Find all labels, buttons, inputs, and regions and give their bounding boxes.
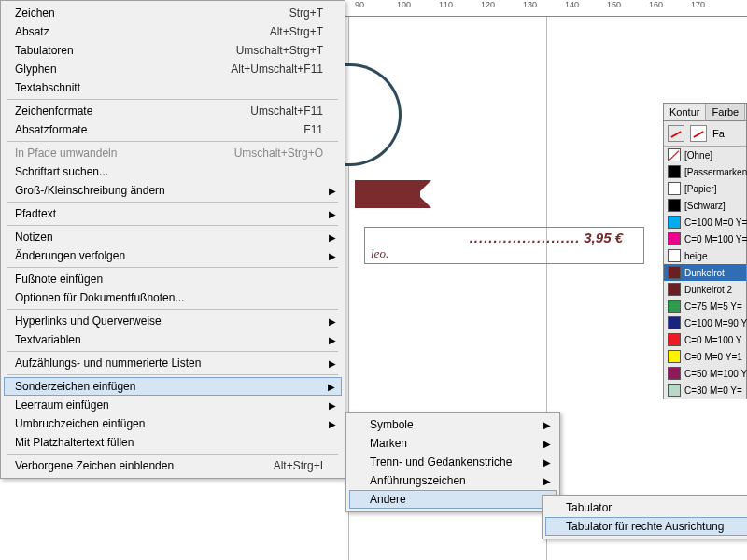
swatch-chip <box>668 333 681 346</box>
swatch-item[interactable]: C=75 M=5 Y= <box>664 298 746 315</box>
fill-stroke-icon[interactable] <box>668 125 684 142</box>
submenu-arrow-icon: ▶ <box>543 457 551 468</box>
swatches-panel[interactable]: Kontur Farbe Fa [Ohne][Passermarken][Pap… <box>663 103 747 399</box>
menu-label: Verborgene Zeichen einblenden <box>15 459 174 472</box>
type-menu[interactable]: ZeichenStrg+TAbsatzAlt+Strg+TTabulatoren… <box>0 0 345 479</box>
ruler-tick: 130 <box>523 0 537 9</box>
swatch-chip <box>668 232 681 245</box>
swatch-item[interactable]: [Schwarz] <box>664 197 746 214</box>
swatch-item[interactable]: [Ohne] <box>664 147 746 163</box>
swatch-item[interactable]: Dunkelrot <box>664 264 746 281</box>
menu-item[interactable]: Tabulator <box>545 498 747 517</box>
menu-label: Notizen <box>15 231 53 244</box>
submenu-sonderzeichen[interactable]: Symbole▶Marken▶Trenn- und Gedankenstrich… <box>345 412 560 512</box>
menu-item[interactable]: Sonderzeichen einfügen▶ <box>4 377 342 396</box>
ruler-tick: 90 <box>355 0 364 9</box>
swatch-chip <box>668 350 681 363</box>
shortcut: Strg+T <box>289 7 323 20</box>
menu-item[interactable]: Mit Platzhaltertext füllen <box>4 433 342 452</box>
tab-kontur[interactable]: Kontur <box>664 104 706 120</box>
swatch-item[interactable]: [Papier] <box>664 180 746 197</box>
menu-item[interactable]: Groß-/Kleinschreibung ändern▶ <box>4 181 342 200</box>
menu-item[interactable]: Umbruchzeichen einfügen▶ <box>4 414 342 433</box>
swatch-item[interactable]: C=100 M=90 Y <box>664 315 746 331</box>
menu-item[interactable]: Fußnote einfügen <box>4 270 342 288</box>
menu-item[interactable]: Leerraum einfügen▶ <box>4 396 342 414</box>
swatch-chip <box>668 148 681 161</box>
menu-label: Fußnote einfügen <box>15 273 103 286</box>
menu-label: Änderungen verfolgen <box>15 249 125 262</box>
menu-item[interactable]: Hyperlinks und Querverweise▶ <box>4 312 342 330</box>
menu-item[interactable]: Optionen für Dokumentfußnoten... <box>4 288 342 307</box>
swatch-name: C=30 M=0 Y= <box>684 385 742 396</box>
ruler-tick: 110 <box>439 0 453 9</box>
shortcut: Umschalt+F11 <box>250 105 323 118</box>
swatch-item[interactable]: C=30 M=0 Y= <box>664 382 746 399</box>
menu-item[interactable]: Textabschnitt <box>4 78 342 97</box>
menu-item[interactable]: AbsatzAlt+Strg+T <box>4 22 342 41</box>
swatch-name: [Ohne] <box>684 150 712 161</box>
panel-tabs[interactable]: Kontur Farbe <box>664 104 746 121</box>
ruler-tick: 170 <box>691 0 705 9</box>
separator <box>7 454 338 455</box>
submenu-arrow-icon: ▶ <box>328 382 335 392</box>
submenu-arrow-icon: ▶ <box>329 335 336 345</box>
menu-label: Trenn- und Gedankenstriche <box>370 455 512 469</box>
menu-item[interactable]: Andere▶ <box>349 490 557 509</box>
menu-label: Groß-/Kleinschreibung ändern <box>15 184 165 197</box>
menu-label: Textvariablen <box>15 333 81 346</box>
menu-item[interactable]: Marken▶ <box>349 434 557 453</box>
menu-item[interactable]: ZeichenformateUmschalt+F11 <box>4 102 342 120</box>
swatch-name: C=50 M=100 Y <box>684 369 747 379</box>
menu-label: Schriftart suchen... <box>15 165 108 178</box>
menu-item[interactable]: Trenn- und Gedankenstriche▶ <box>349 453 557 471</box>
menu-item[interactable]: Textvariablen▶ <box>4 330 342 349</box>
swatch-chip <box>668 249 681 262</box>
text-style-icon[interactable] <box>690 125 707 142</box>
menu-item[interactable]: Schriftart suchen... <box>4 162 342 181</box>
tab-farbe[interactable]: Farbe <box>706 104 745 120</box>
swatch-item[interactable]: beige <box>664 247 746 264</box>
menu-item[interactable]: Notizen▶ <box>4 228 342 246</box>
menu-label: Absatzformate <box>15 123 87 136</box>
swatch-chip <box>668 367 681 380</box>
swatch-item[interactable]: C=0 M=0 Y=1 <box>664 348 746 365</box>
menu-item[interactable]: TabulatorenUmschalt+Strg+T <box>4 41 342 60</box>
menu-item[interactable]: ZeichenStrg+T <box>4 4 342 22</box>
swatch-chip <box>668 316 681 329</box>
separator <box>7 202 338 203</box>
menu-item[interactable]: GlyphenAlt+Umschalt+F11 <box>4 60 342 78</box>
menu-label: Aufzählungs- und nummerierte Listen <box>15 357 201 370</box>
label-fa: Fa <box>712 128 725 139</box>
separator <box>7 141 338 142</box>
horizontal-ruler: 90100110120130140150160170 <box>345 0 747 17</box>
swatch-item[interactable]: C=0 M=100 Y= <box>664 231 746 247</box>
text-frame[interactable]: ....................... 3,95 € leo. <box>364 227 644 264</box>
shortcut: Alt+Strg+T <box>270 25 323 38</box>
menu-item[interactable]: Änderungen verfolgen▶ <box>4 246 342 265</box>
swatch-chip <box>668 182 681 195</box>
swatch-item[interactable]: C=0 M=100 Y <box>664 331 746 348</box>
swatch-item[interactable]: [Passermarken] <box>664 163 746 180</box>
swatch-item[interactable]: C=100 M=0 Y= <box>664 214 746 231</box>
shortcut: Alt+Strg+I <box>274 459 323 472</box>
separator <box>7 225 338 226</box>
menu-item[interactable]: Symbole▶ <box>349 415 557 434</box>
separator <box>7 99 338 100</box>
swatch-name: C=0 M=0 Y=1 <box>684 352 742 362</box>
swatch-item[interactable]: Dunkelrot 2 <box>664 281 746 298</box>
menu-item[interactable]: Pfadtext▶ <box>4 204 342 223</box>
submenu-arrow-icon: ▶ <box>329 209 336 219</box>
swatch-name: C=0 M=100 Y= <box>684 234 747 245</box>
menu-item[interactable]: Anführungszeichen▶ <box>349 471 557 490</box>
menu-item[interactable]: Verborgene Zeichen einblendenAlt+Strg+I <box>4 456 342 475</box>
swatch-list[interactable]: [Ohne][Passermarken][Papier][Schwarz]C=1… <box>664 147 746 399</box>
menu-label: Leerraum einfügen <box>15 399 109 412</box>
menu-item[interactable]: AbsatzformateF11 <box>4 120 342 139</box>
swatch-name: C=100 M=90 Y <box>684 318 747 329</box>
menu-item[interactable]: Aufzählungs- und nummerierte Listen▶ <box>4 354 342 372</box>
menu-item[interactable]: Tabulator für rechte Ausrichtung <box>545 517 747 536</box>
submenu-andere[interactable]: TabulatorTabulator für rechte Ausrichtun… <box>542 495 747 539</box>
submenu-arrow-icon: ▶ <box>329 419 336 429</box>
swatch-item[interactable]: C=50 M=100 Y <box>664 365 746 382</box>
